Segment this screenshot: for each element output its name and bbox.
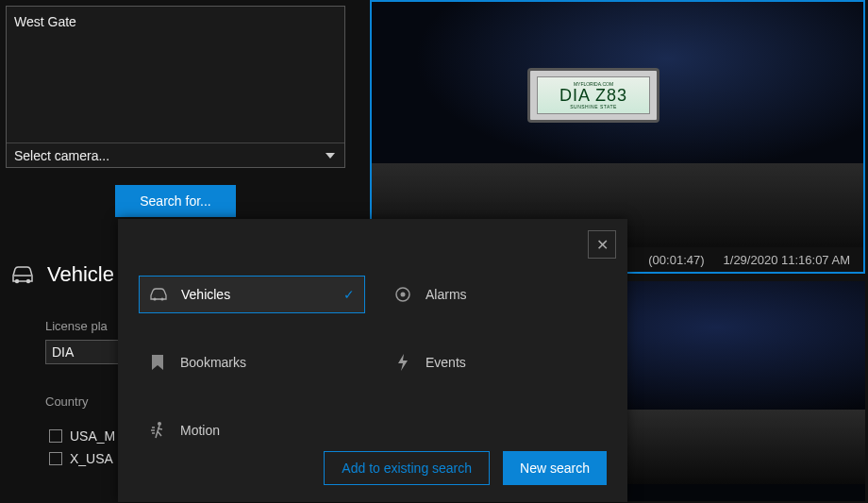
option-label: Vehicles: [181, 287, 230, 302]
option-motion[interactable]: Motion: [139, 411, 365, 449]
svg-point-1: [26, 279, 30, 283]
section-header: Vehicle: [9, 262, 114, 287]
close-icon: ✕: [596, 236, 609, 254]
option-label: Alarms: [426, 287, 467, 302]
popup-footer: Add to existing search New search: [324, 451, 607, 485]
option-label: Motion: [180, 423, 220, 438]
chevron-down-icon: [326, 153, 335, 159]
car-icon: [149, 287, 168, 302]
checkbox-icon: [49, 429, 62, 443]
bolt-icon: [393, 354, 412, 371]
camera-select-label: Select camera...: [14, 148, 109, 163]
camera-name: West Gate: [14, 14, 76, 29]
license-plate: MYFLORIDA.COM DIA Z83 SUNSHINE STATE: [537, 76, 650, 114]
button-label: Add to existing search: [342, 461, 472, 476]
svg-point-3: [153, 297, 156, 300]
motion-icon: [148, 421, 167, 440]
country-checkbox-usa-m[interactable]: USA_M: [49, 428, 115, 444]
search-for-label: Search for...: [140, 193, 210, 209]
time-elapsed: (00:01:47): [648, 253, 704, 267]
search-for-button[interactable]: Search for...: [115, 185, 236, 217]
plate-sub-text: SUNSHINE STATE: [570, 104, 617, 109]
add-to-existing-button[interactable]: Add to existing search: [324, 451, 490, 485]
checkbox-icon: [49, 452, 62, 465]
camera-selection-box: West Gate Select camera...: [6, 6, 345, 168]
country-label: Country: [45, 394, 89, 409]
plate-main-text: DIA Z83: [559, 87, 627, 104]
license-plate-label: License pla: [45, 319, 108, 333]
svg-point-4: [160, 297, 163, 300]
button-label: New search: [520, 461, 590, 476]
section-title: Vehicle: [47, 262, 114, 287]
bookmark-icon: [148, 354, 167, 371]
svg-point-0: [15, 279, 19, 283]
checkbox-label: X_USA: [70, 451, 113, 466]
option-alarms[interactable]: Alarms: [384, 276, 610, 313]
option-vehicles[interactable]: Vehicles ✓: [139, 276, 365, 313]
check-icon: ✓: [343, 287, 355, 302]
option-label: Bookmarks: [180, 355, 246, 370]
option-label: Events: [426, 355, 466, 370]
svg-point-7: [158, 422, 161, 426]
option-bookmarks[interactable]: Bookmarks: [139, 344, 365, 381]
camera-select-dropdown[interactable]: Select camera...: [7, 143, 344, 167]
new-search-button[interactable]: New search: [503, 451, 607, 485]
search-options-grid: Vehicles ✓ Alarms Bookmarks: [139, 276, 610, 449]
car-icon: [9, 264, 36, 285]
option-events[interactable]: Events: [384, 344, 610, 381]
close-button[interactable]: ✕: [588, 230, 616, 259]
license-plate-holder: MYFLORIDA.COM DIA Z83 SUNSHINE STATE: [527, 68, 659, 123]
timestamp: 1/29/2020 11:16:07 AM: [724, 253, 850, 267]
country-checkbox-x-usa[interactable]: X_USA: [49, 451, 113, 466]
search-for-popup: ✕ Vehicles ✓ Alarms: [118, 219, 627, 502]
target-icon: [393, 286, 412, 303]
checkbox-label: USA_M: [70, 428, 115, 444]
svg-point-6: [401, 293, 406, 297]
